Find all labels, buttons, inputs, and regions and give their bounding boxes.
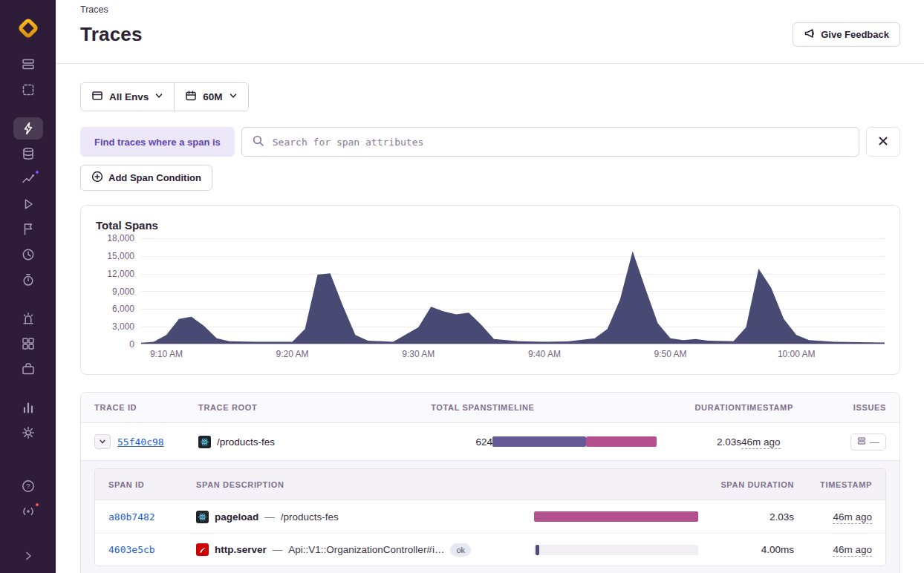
y-tick-label: 3,000 bbox=[112, 321, 134, 332]
column-header-timeline: TIMELINE bbox=[492, 403, 671, 412]
trace-duration: 2.03s bbox=[717, 436, 741, 448]
sidebar-item-releases[interactable] bbox=[13, 243, 43, 266]
column-header-trace-root: TRACE ROOT bbox=[198, 403, 411, 412]
y-tick-label: 18,000 bbox=[107, 233, 134, 243]
react-project-icon bbox=[196, 511, 209, 523]
y-tick-label: 6,000 bbox=[112, 304, 134, 314]
span-search-row: Find traces where a span is bbox=[80, 127, 900, 157]
span-search-label: Find traces where a span is bbox=[80, 127, 235, 157]
page-header: Traces Traces Give Feedback bbox=[56, 0, 924, 64]
sidebar-item-alerts[interactable] bbox=[13, 307, 43, 330]
trace-root-name: /products-fes bbox=[217, 436, 275, 448]
span-timestamp: 46m ago bbox=[833, 544, 872, 557]
sidebar: ? bbox=[0, 0, 56, 573]
span-operation: http.server bbox=[215, 544, 267, 555]
whats-new-notification-dot bbox=[34, 502, 40, 508]
issues-pill[interactable]: — bbox=[850, 433, 886, 451]
date-range-filter-button[interactable]: 60M bbox=[174, 83, 247, 111]
x-tick-label: 9:20 AM bbox=[276, 349, 309, 359]
traces-table-header: TRACE ID TRACE ROOT TOTAL SPANS TIMELINE… bbox=[81, 393, 899, 423]
total-spans-chart: 18,000 15,000 12,000 9,000 6,000 3,000 0 bbox=[96, 238, 885, 344]
y-tick-label: 12,000 bbox=[107, 269, 134, 279]
content: All Envs 60M Find traces whe bbox=[56, 64, 924, 573]
y-tick-label: 9,000 bbox=[112, 286, 134, 297]
column-header-span-timestamp: TIMESTAMP bbox=[820, 480, 872, 489]
column-header-timestamp: TIMESTAMP bbox=[741, 403, 823, 412]
column-header-span-duration: SPAN DURATION bbox=[720, 480, 794, 489]
insights-notification-dot bbox=[34, 169, 40, 175]
sidebar-item-settings[interactable] bbox=[13, 422, 43, 444]
add-circle-icon bbox=[91, 171, 103, 185]
react-project-icon bbox=[198, 436, 211, 448]
expanded-trace-panel: SPAN ID SPAN DESCRIPTION SPAN DURATION T… bbox=[81, 460, 899, 573]
column-header-issues: ISSUES bbox=[853, 403, 886, 412]
span-row: a80b7482 page bbox=[95, 500, 885, 533]
chevron-down-icon bbox=[154, 91, 163, 102]
span-operation: pageload bbox=[215, 511, 258, 523]
breadcrumb[interactable]: Traces bbox=[80, 4, 900, 15]
span-id-link[interactable]: a80b7482 bbox=[108, 511, 155, 523]
give-feedback-button[interactable]: Give Feedback bbox=[793, 22, 900, 47]
span-duration: 4.00ms bbox=[761, 544, 794, 555]
environment-filter-button[interactable]: All Envs bbox=[81, 83, 174, 111]
chart-plot-area: 9:10 AM 9:20 AM 9:30 AM 9:40 AM 9:50 AM … bbox=[141, 238, 885, 344]
close-icon bbox=[877, 135, 889, 149]
column-header-duration: DURATION bbox=[694, 403, 741, 412]
search-icon bbox=[252, 134, 264, 150]
span-id-link[interactable]: 4603e5cb bbox=[108, 544, 155, 555]
trace-id-link[interactable]: 55f40c98 bbox=[117, 436, 164, 448]
trace-timestamp: 46m ago bbox=[741, 436, 781, 449]
main-area: Traces Traces Give Feedback All Env bbox=[56, 0, 924, 573]
page-filter-bar: All Envs 60M bbox=[80, 82, 249, 111]
sidebar-item-stats[interactable] bbox=[13, 396, 43, 419]
x-tick-label: 9:30 AM bbox=[402, 349, 435, 359]
chevron-down-icon bbox=[229, 91, 238, 102]
sidebar-item-stories[interactable] bbox=[13, 358, 43, 380]
issues-icon bbox=[857, 436, 866, 448]
collapse-sidebar-icon[interactable] bbox=[13, 545, 43, 567]
help-icon[interactable]: ? bbox=[13, 475, 43, 497]
environment-icon bbox=[91, 90, 103, 104]
span-search-box[interactable] bbox=[241, 127, 859, 157]
sentry-logo[interactable] bbox=[15, 15, 42, 42]
span-table-header: SPAN ID SPAN DESCRIPTION SPAN DURATION T… bbox=[95, 469, 885, 500]
span-timeline-bar bbox=[534, 511, 698, 522]
chart-x-axis: 9:10 AM 9:20 AM 9:30 AM 9:40 AM 9:50 AM … bbox=[141, 349, 885, 361]
sidebar-item-explore[interactable] bbox=[13, 79, 43, 101]
span-table: SPAN ID SPAN DESCRIPTION SPAN DURATION T… bbox=[94, 468, 886, 566]
column-header-trace-id: TRACE ID bbox=[94, 403, 198, 412]
span-timestamp: 46m ago bbox=[833, 511, 872, 524]
sidebar-item-dashboards[interactable] bbox=[13, 333, 43, 355]
collapse-trace-button[interactable] bbox=[94, 434, 111, 449]
y-tick-label: 15,000 bbox=[107, 251, 134, 261]
span-status-badge: ok bbox=[450, 543, 471, 557]
svg-text:?: ? bbox=[26, 482, 30, 490]
sidebar-item-crons[interactable] bbox=[13, 269, 43, 291]
sidebar-item-replays[interactable] bbox=[13, 193, 43, 215]
total-spans-area bbox=[141, 251, 885, 344]
x-tick-label: 9:40 AM bbox=[528, 349, 561, 359]
sidebar-item-traces[interactable] bbox=[13, 117, 43, 140]
sidebar-item-issues[interactable] bbox=[13, 53, 43, 76]
sidebar-item-queries[interactable] bbox=[13, 143, 43, 165]
span-row: 4603e5cb http.server — Api::V1::Organiza… bbox=[95, 533, 885, 566]
column-header-total-spans: TOTAL SPANS bbox=[431, 403, 492, 412]
calendar-icon bbox=[185, 90, 197, 104]
column-header-span-id: SPAN ID bbox=[108, 480, 196, 489]
span-timeline-bar bbox=[534, 545, 698, 555]
rails-project-icon bbox=[196, 543, 209, 556]
span-description: Api::V1::OrganizationController#i… bbox=[288, 544, 444, 555]
whats-new-icon[interactable] bbox=[13, 500, 43, 523]
app-window: ? Traces Traces Give Feedback bbox=[0, 0, 924, 573]
span-search-input[interactable] bbox=[271, 136, 849, 148]
x-tick-label: 10:00 AM bbox=[778, 349, 816, 359]
x-tick-label: 9:10 AM bbox=[150, 349, 183, 359]
sidebar-item-insights[interactable] bbox=[13, 168, 43, 190]
span-description: /products-fes bbox=[281, 511, 339, 523]
total-spans-panel: Total Spans 18,000 15,000 12,000 9,000 6… bbox=[80, 205, 900, 375]
clear-search-button[interactable] bbox=[866, 127, 900, 157]
chart-y-axis: 18,000 15,000 12,000 9,000 6,000 3,000 0 bbox=[96, 238, 134, 344]
add-span-condition-button[interactable]: Add Span Condition bbox=[80, 165, 212, 191]
page-title: Traces bbox=[80, 23, 143, 46]
sidebar-item-profiles[interactable] bbox=[13, 218, 43, 240]
